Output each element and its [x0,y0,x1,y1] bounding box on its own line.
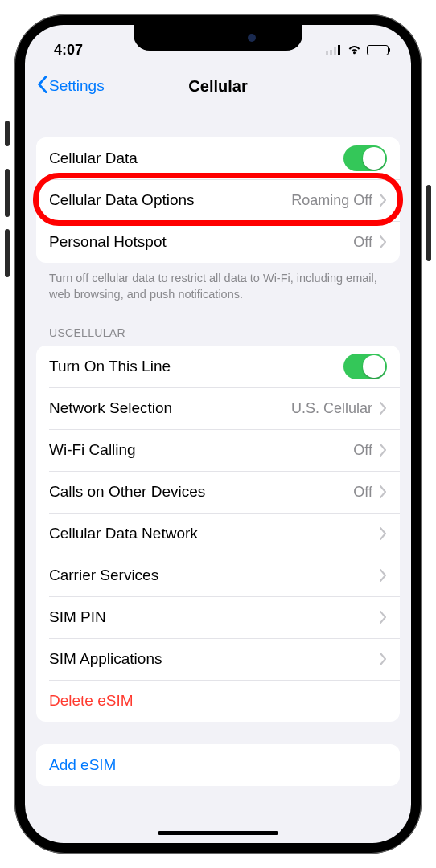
cellular-data-network-row[interactable]: Cellular Data Network [36,513,400,555]
wifi-calling-label: Wi-Fi Calling [49,441,353,459]
front-camera [248,34,256,42]
chevron-right-icon [379,194,387,207]
screen: 4:07 [25,25,411,843]
home-indicator[interactable] [158,831,278,835]
network-selection-row[interactable]: Network Selection U.S. Cellular [36,387,400,429]
mute-switch [5,121,10,146]
wifi-icon [347,42,362,59]
delete-esim-row[interactable]: Delete eSIM [36,680,400,722]
add-esim-row[interactable]: Add eSIM [36,744,400,786]
turn-on-line-label: Turn On This Line [49,358,343,375]
power-button [426,185,431,261]
calls-on-other-value: Off [353,484,372,501]
wifi-calling-value: Off [353,442,372,459]
cellular-data-options-value: Roaming Off [291,192,372,209]
turn-on-line-row[interactable]: Turn On This Line [36,346,400,387]
cellular-data-options-label: Cellular Data Options [49,191,291,209]
uscellular-header: USCELLULAR [36,302,400,346]
network-selection-value: U.S. Cellular [291,400,372,417]
calls-on-other-label: Calls on Other Devices [49,483,353,501]
cellular-data-options-row[interactable]: Cellular Data Options Roaming Off [36,179,400,221]
sim-pin-label: SIM PIN [49,608,379,626]
cellular-data-network-label: Cellular Data Network [49,525,379,542]
chevron-right-icon [379,402,387,415]
sim-pin-row[interactable]: SIM PIN [36,596,400,638]
battery-icon [367,45,389,55]
svg-rect-1 [330,50,332,55]
carrier-group: Turn On This Line Network Selection U.S.… [36,346,400,722]
svg-rect-0 [326,51,328,55]
cellular-data-row[interactable]: Cellular Data [36,137,400,179]
chevron-right-icon [379,569,387,582]
network-selection-label: Network Selection [49,399,291,417]
sim-applications-row[interactable]: SIM Applications [36,638,400,680]
chevron-right-icon [379,235,387,248]
chevron-right-icon [379,485,387,498]
personal-hotspot-row[interactable]: Personal Hotspot Off [36,221,400,263]
status-time: 4:07 [54,42,83,59]
chevron-right-icon [379,611,387,624]
add-esim-group: Add eSIM [36,744,400,786]
phone-frame: 4:07 [14,14,422,854]
back-label: Settings [49,77,105,95]
cellular-data-label: Cellular Data [49,149,343,167]
carrier-services-row[interactable]: Carrier Services [36,555,400,596]
chevron-right-icon [379,653,387,665]
chevron-right-icon [379,444,387,457]
volume-down-button [5,229,10,277]
page-title: Cellular [188,77,247,96]
carrier-services-label: Carrier Services [49,567,379,584]
add-esim-label: Add eSIM [49,756,387,774]
chevron-left-icon [36,75,49,97]
delete-esim-label: Delete eSIM [49,692,387,710]
personal-hotspot-label: Personal Hotspot [49,233,353,251]
volume-up-button [5,169,10,217]
back-button[interactable]: Settings [36,75,105,97]
svg-rect-2 [334,47,336,55]
personal-hotspot-value: Off [353,234,372,251]
calls-on-other-devices-row[interactable]: Calls on Other Devices Off [36,471,400,513]
cellular-data-footer: Turn off cellular data to restrict all d… [36,263,400,302]
turn-on-line-toggle[interactable] [343,354,387,379]
wifi-calling-row[interactable]: Wi-Fi Calling Off [36,429,400,471]
nav-bar: Settings Cellular [25,63,411,108]
sim-applications-label: SIM Applications [49,650,379,668]
notch [134,25,302,51]
chevron-right-icon [379,527,387,540]
cellular-top-group: Cellular Data Cellular Data Options Roam… [36,137,400,263]
cellular-signal-icon [326,42,342,59]
svg-rect-3 [338,45,340,55]
cellular-data-toggle[interactable] [343,145,387,171]
